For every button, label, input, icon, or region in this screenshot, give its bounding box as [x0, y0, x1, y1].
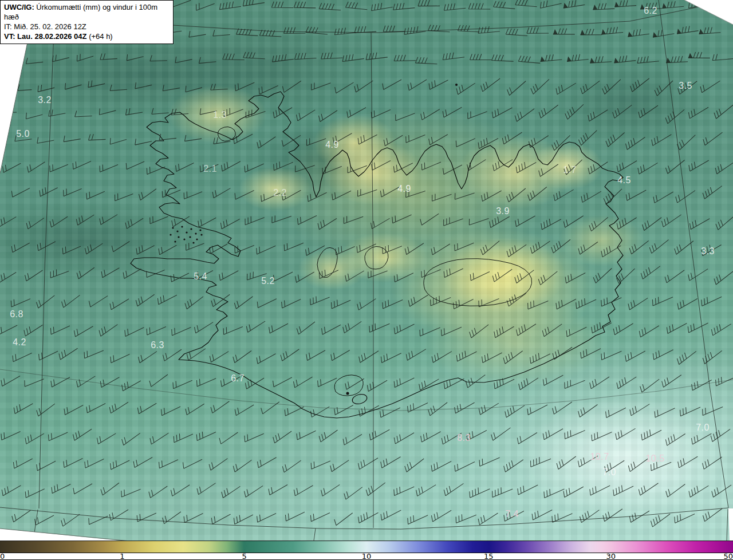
- colorbar-tick: 50: [723, 553, 733, 560]
- weather-map-page: 6.23.53.25.01.32.14.92.21.74.93.94.53.35…: [0, 0, 733, 560]
- map-frame-edges: [0, 0, 733, 541]
- iceland-coastline: [131, 92, 623, 418]
- colorbar-tick: 30: [606, 553, 616, 560]
- colorbar-tick: 15: [484, 553, 494, 560]
- forecast-lead: (+64 h): [87, 32, 113, 41]
- colorbar-tick-labels: 01510153050: [0, 553, 733, 560]
- colorbar-tick: 10: [362, 553, 372, 560]
- valid-time: VT: Lau. 28.02.2026 04Z: [4, 32, 87, 41]
- colorbar: 01510153050: [0, 541, 733, 560]
- wind-barb-layer: [0, 0, 733, 527]
- product-line: UWC/IG: Úrkomumætti (mm) og vindur i 100…: [4, 2, 170, 22]
- map-overlay-svg: [0, 0, 733, 541]
- product-id: UWC/IG:: [4, 3, 34, 11]
- colorbar-tick: 5: [242, 553, 247, 560]
- valid-time-line: VT: Lau. 28.02.2026 04Z (+64 h): [4, 31, 170, 41]
- colorbar-gradient: [0, 541, 733, 553]
- colorbar-tick: 0: [0, 553, 5, 560]
- title-box: UWC/IG: Úrkomumætti (mm) og vindur i 100…: [0, 0, 174, 44]
- init-time: IT: Mið. 25. 02. 2026 12Z: [4, 22, 170, 31]
- colorbar-tick: 1: [120, 553, 124, 560]
- graticule-lines: [0, 0, 733, 541]
